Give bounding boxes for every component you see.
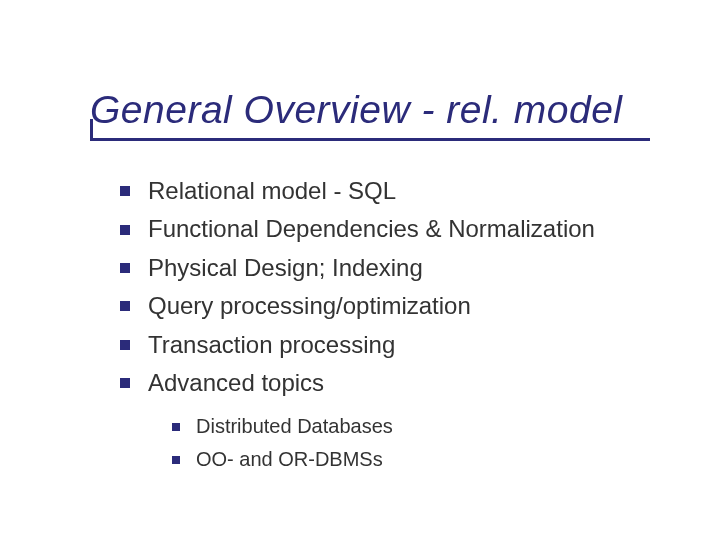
square-bullet-icon xyxy=(172,423,180,431)
list-item: Distributed Databases xyxy=(172,413,670,440)
list-item: Transaction processing xyxy=(120,329,670,361)
sub-list: Distributed Databases OO- and OR-DBMSs xyxy=(172,413,670,473)
list-item: Functional Dependencies & Normalization xyxy=(120,213,670,245)
list-item: Advanced topics xyxy=(120,367,670,399)
slide-body: Relational model - SQL Functional Depend… xyxy=(120,175,670,479)
square-bullet-icon xyxy=(120,186,130,196)
list-item: Query processing/optimization xyxy=(120,290,670,322)
list-item-text: Query processing/optimization xyxy=(148,290,471,322)
list-item-text: Physical Design; Indexing xyxy=(148,252,423,284)
square-bullet-icon xyxy=(120,301,130,311)
list-item-text: Relational model - SQL xyxy=(148,175,396,207)
title-rule xyxy=(90,138,650,141)
square-bullet-icon xyxy=(172,456,180,464)
list-item-text: Distributed Databases xyxy=(196,413,393,440)
title-container: General Overview - rel. model xyxy=(90,90,680,131)
square-bullet-icon xyxy=(120,378,130,388)
square-bullet-icon xyxy=(120,263,130,273)
list-item: OO- and OR-DBMSs xyxy=(172,446,670,473)
list-item-text: Functional Dependencies & Normalization xyxy=(148,213,595,245)
square-bullet-icon xyxy=(120,225,130,235)
slide: General Overview - rel. model Relational… xyxy=(0,0,720,540)
square-bullet-icon xyxy=(120,340,130,350)
slide-title: General Overview - rel. model xyxy=(90,90,680,131)
list-item: Physical Design; Indexing xyxy=(120,252,670,284)
list-item-text: Transaction processing xyxy=(148,329,395,361)
list-item: Relational model - SQL xyxy=(120,175,670,207)
list-item-text: OO- and OR-DBMSs xyxy=(196,446,383,473)
list-item-text: Advanced topics xyxy=(148,367,324,399)
